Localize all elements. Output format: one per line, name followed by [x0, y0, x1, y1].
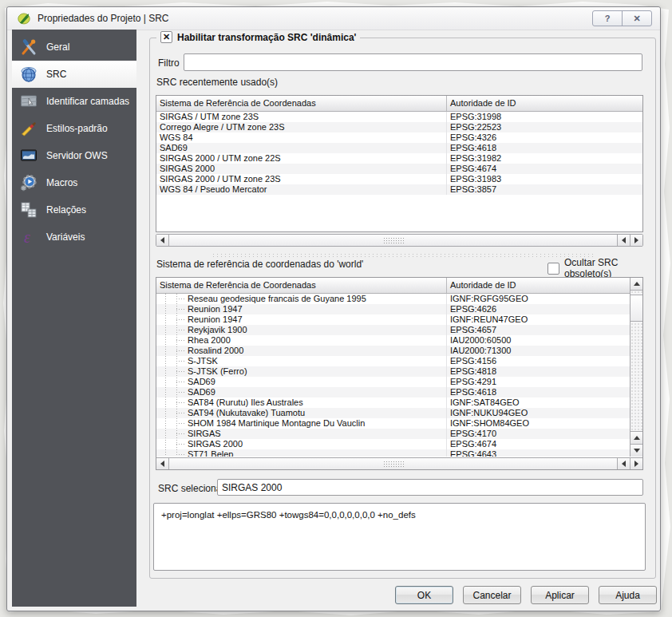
table-cell: EPSG:31983: [447, 174, 642, 184]
table-cell: Reunion 1947: [156, 314, 447, 325]
sidebar-item-estilos-padrao[interactable]: Estilos-padrão: [12, 115, 136, 142]
table-row[interactable]: S-JTSKEPSG:4156: [156, 356, 630, 366]
gear-play-icon: [19, 173, 38, 192]
column-header-crs[interactable]: Sistema de Referência de Coordenadas: [156, 278, 447, 293]
table-row[interactable]: SIRGAS 2000EPSG:4674: [156, 439, 630, 449]
table-row[interactable]: Reunion 1947EPSG:4626: [156, 304, 630, 314]
help-window-button[interactable]: ?: [593, 11, 622, 26]
table-row[interactable]: SIRGAS / UTM zone 23SEPSG:31998: [156, 112, 642, 122]
world-table-vscrollbar[interactable]: [630, 278, 642, 457]
settings-sidebar: Geral SRC Identificar camadas: [12, 30, 136, 607]
recent-table-header: Sistema de Referência de Coordenadas Aut…: [156, 96, 642, 112]
table-cell: EPSG:31998: [447, 112, 642, 122]
sidebar-item-label: SRC: [46, 69, 66, 80]
table-row[interactable]: Rhea 2000IAU2000:60500: [156, 335, 630, 346]
ok-button[interactable]: OK: [395, 586, 453, 604]
scroll-left-button[interactable]: [156, 235, 169, 246]
scroll-grip-icon: [383, 237, 404, 243]
hscroll-thumb[interactable]: [169, 235, 617, 246]
table-row[interactable]: SIRGASEPSG:4170: [156, 429, 630, 439]
sidebar-item-servidor-ows[interactable]: Servidor OWS: [12, 142, 136, 169]
left-arrow-icon: [622, 461, 626, 467]
column-header-authority[interactable]: Autoridade de ID: [447, 278, 630, 293]
vscroll-thumb[interactable]: [630, 295, 642, 322]
table-cell: EPSG:3857: [447, 184, 642, 195]
help-button[interactable]: Ajuda: [599, 586, 657, 604]
table-row[interactable]: SAT84 (Rurutu) Iles AustralesIGNF:SAT84G…: [156, 397, 630, 408]
proj4-definition-box[interactable]: +proj=longlat +ellps=GRS80 +towgs84=0,0,…: [153, 503, 646, 571]
table-row[interactable]: SIRGAS 2000EPSG:4674: [156, 164, 642, 174]
scroll-left-button-2[interactable]: [617, 235, 630, 246]
table-cell: SAD69: [156, 143, 447, 153]
table-row[interactable]: Rosalind 2000IAU2000:71300: [156, 346, 630, 356]
sidebar-item-src[interactable]: SRC: [12, 61, 136, 88]
svg-text:ε: ε: [24, 228, 30, 246]
close-window-button[interactable]: ✕: [622, 11, 651, 26]
map-cursor-icon: [19, 92, 38, 111]
table-cell: EPSG:4291: [447, 377, 630, 387]
table-row[interactable]: SIRGAS 2000 / UTM zone 23SEPSG:31983: [156, 174, 642, 184]
scroll-up-button-2[interactable]: [630, 431, 642, 444]
table-cell: EPSG:4657: [447, 325, 630, 335]
cancel-button[interactable]: Cancelar: [463, 586, 521, 604]
hscroll-thumb[interactable]: [169, 458, 617, 469]
enable-dynamic-crs-checkbox[interactable]: ✕: [160, 31, 172, 43]
table-row[interactable]: SAD69EPSG:4618: [156, 143, 642, 153]
vscroll-track[interactable]: [630, 322, 642, 431]
scroll-down-button[interactable]: [630, 444, 642, 457]
table-row[interactable]: Reunion 1947IGNF:REUN47GEO: [156, 314, 630, 325]
world-table-hscrollbar[interactable]: [156, 457, 643, 470]
left-arrow-icon: [160, 237, 164, 243]
apply-button[interactable]: Aplicar: [531, 586, 589, 604]
sidebar-item-relacoes[interactable]: Relações: [12, 196, 136, 223]
table-cell: SAD69: [156, 377, 447, 387]
table-row[interactable]: S-JTSK (Ferro)EPSG:4818: [156, 366, 630, 377]
hide-deprecated-checkbox[interactable]: [547, 263, 559, 275]
table-row[interactable]: Corrego Alegre / UTM zone 23SEPSG:22523: [156, 122, 642, 132]
table-row[interactable]: WGS 84 / Pseudo MercatorEPSG:3857: [156, 184, 642, 195]
groupbox-legend: ✕ Habilitar transformação SRC 'dinâmica': [156, 31, 360, 43]
table-cell: Reseau geodesique francais de Guyane 199…: [156, 294, 447, 304]
table-row[interactable]: SAD69EPSG:4618: [156, 387, 630, 397]
table-cell: SAD69: [156, 387, 447, 397]
table-row[interactable]: Reseau geodesique francais de Guyane 199…: [156, 294, 630, 304]
sidebar-item-variaveis[interactable]: ε Variáveis: [12, 223, 136, 251]
dynamic-crs-groupbox: ✕ Habilitar transformação SRC 'dinâmica'…: [149, 38, 656, 579]
table-cell: EPSG:4818: [447, 366, 630, 377]
table-cell: WGS 84: [156, 132, 447, 143]
tools-icon: [19, 38, 38, 57]
table-row[interactable]: Reykjavik 1900EPSG:4657: [156, 325, 630, 335]
scroll-right-button[interactable]: [630, 235, 642, 246]
scroll-right-button[interactable]: [630, 458, 642, 469]
groupbox-title: Habilitar transformação SRC 'dinâmica': [177, 32, 356, 43]
scroll-left-button-2[interactable]: [617, 458, 630, 469]
table-cell: IGNF:NUKU94GEO: [447, 408, 630, 418]
sidebar-item-macros[interactable]: Macros: [12, 169, 136, 196]
hide-deprecated-row: Ocultar SRC obsoleto(s): [547, 257, 655, 279]
splitter-handle[interactable]: [211, 253, 595, 257]
sidebar-item-identificar-camadas[interactable]: Identificar camadas: [12, 88, 136, 115]
table-cell: Reunion 1947: [156, 304, 447, 314]
table-row[interactable]: ST71 BelepEPSG:4643: [156, 449, 630, 457]
recent-table-hscrollbar[interactable]: [156, 234, 643, 247]
scroll-left-button[interactable]: [156, 458, 169, 469]
titlebar[interactable]: Propriedades do Projeto | SRC ? ✕: [7, 7, 660, 30]
table-row[interactable]: SIRGAS 2000 / UTM zone 22SEPSG:31982: [156, 153, 642, 164]
table-cell: IGNF:REUN47GEO: [447, 314, 630, 325]
scroll-up-button[interactable]: [630, 278, 642, 291]
table-cell: Reykjavik 1900: [156, 325, 447, 335]
sidebar-item-label: Identificar camadas: [46, 96, 129, 107]
table-cell: EPSG:4618: [447, 387, 630, 397]
filter-input[interactable]: [184, 53, 642, 71]
table-cell: EPSG:4674: [447, 439, 630, 449]
table-row[interactable]: SAT94 (Nukutavake) TuamotuIGNF:NUKU94GEO: [156, 408, 630, 418]
column-header-authority[interactable]: Autoridade de ID: [447, 96, 642, 111]
table-row[interactable]: SHOM 1984 Martinique Montagne Du Vauclin…: [156, 418, 630, 429]
table-row[interactable]: SAD69EPSG:4291: [156, 377, 630, 387]
selected-crs-field[interactable]: [217, 479, 643, 496]
sidebar-item-label: Geral: [46, 42, 69, 53]
table-row[interactable]: WGS 84EPSG:4326: [156, 132, 642, 143]
window-controls: ? ✕: [592, 10, 652, 26]
column-header-crs[interactable]: Sistema de Referência de Coordenadas: [156, 96, 447, 111]
sidebar-item-geral[interactable]: Geral: [12, 34, 136, 61]
